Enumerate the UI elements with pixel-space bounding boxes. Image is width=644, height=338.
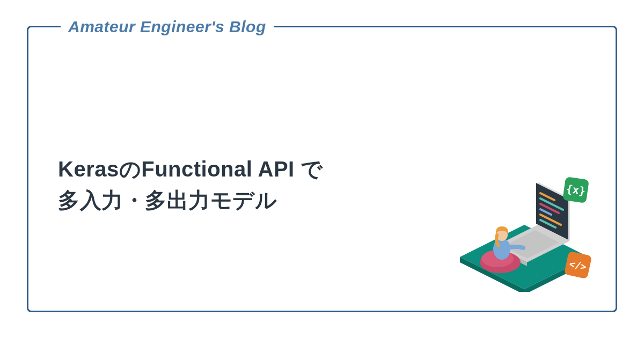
programmer-illustration: {x} </>: [444, 168, 599, 292]
badge-braces-text: {x}: [565, 182, 586, 198]
person-arm-icon: [507, 247, 523, 248]
code-badge-braces-icon: {x}: [562, 177, 589, 203]
article-title-line2: 多入力・多出力モデル: [58, 188, 277, 212]
code-badge-tag-icon: </>: [564, 251, 592, 279]
article-title-line1: KerasのFunctional API で: [58, 157, 323, 181]
article-title: KerasのFunctional API で 多入力・多出力モデル: [58, 153, 444, 216]
card-frame: Amateur Engineer's Blog KerasのFunctional…: [27, 26, 617, 312]
site-title: Amateur Engineer's Blog: [61, 18, 274, 36]
article-title-block: KerasのFunctional API で 多入力・多出力モデル: [58, 153, 444, 216]
